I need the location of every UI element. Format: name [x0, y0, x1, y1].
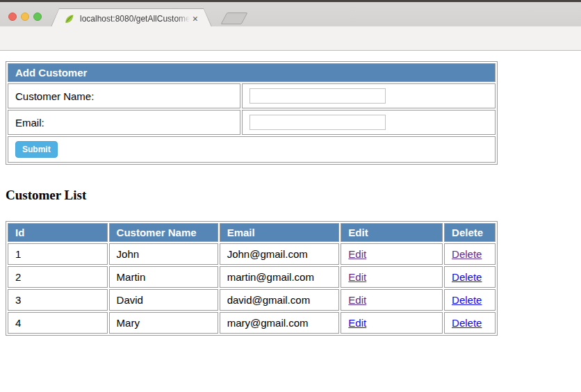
table-row: 2 Martin martin@gmail.com Edit Delete: [8, 266, 496, 288]
delete-link[interactable]: Delete: [452, 317, 482, 329]
edit-link[interactable]: Edit: [348, 248, 366, 260]
page-content: Add Customer Customer Name: Email: Submi…: [0, 51, 581, 392]
cell-email: david@gmail.com: [220, 289, 340, 311]
minimize-window-button[interactable]: [21, 13, 29, 21]
form-row: Email:: [8, 110, 496, 135]
edit-link[interactable]: Edit: [348, 271, 366, 283]
edit-link[interactable]: Edit: [348, 294, 366, 306]
tab-bar: localhost:8080/getAllCustomers ×: [0, 2, 581, 26]
cell-id: 2: [8, 266, 108, 288]
customer-name-input[interactable]: [249, 88, 386, 104]
cell-name: Martin: [109, 266, 218, 288]
column-header-email: Email: [220, 223, 340, 242]
form-row: Customer Name:: [8, 83, 496, 108]
customer-name-label: Customer Name:: [8, 83, 240, 108]
customer-list-heading: Customer List: [6, 188, 86, 203]
table-row: 3 David david@gmail.com Edit Delete: [8, 289, 496, 311]
cell-name: David: [109, 289, 218, 311]
delete-link[interactable]: Delete: [452, 271, 482, 283]
window-controls: [8, 13, 42, 21]
column-header-edit: Edit: [341, 223, 443, 242]
new-tab-button[interactable]: [220, 13, 247, 24]
cell-id: 4: [8, 312, 108, 334]
edit-link[interactable]: Edit: [348, 317, 366, 329]
cell-name: John: [109, 243, 218, 265]
delete-link[interactable]: Delete: [452, 294, 482, 306]
submit-button[interactable]: Submit: [15, 141, 58, 158]
email-input[interactable]: [249, 115, 386, 130]
cell-id: 3: [8, 289, 108, 311]
cell-email: martin@gmail.com: [220, 266, 340, 288]
form-title: Add Customer: [8, 63, 496, 82]
cell-email: mary@gmail.com: [220, 312, 340, 334]
tab-close-icon[interactable]: ×: [193, 14, 198, 24]
customer-list-table: Id Customer Name Email Edit Delete 1 Joh…: [6, 221, 498, 336]
table-header-row: Id Customer Name Email Edit Delete: [8, 223, 496, 242]
email-label: Email:: [8, 110, 240, 135]
table-row: 1 John John@gmail.com Edit Delete: [8, 243, 496, 265]
spring-leaf-favicon: [63, 13, 75, 25]
browser-toolbar: ← → ↻ i localhost:8080/getAllCustomers: [0, 26, 581, 51]
column-header-delete: Delete: [444, 223, 496, 242]
cell-name: Mary: [109, 312, 218, 334]
close-window-button[interactable]: [8, 13, 17, 21]
table-row: 4 Mary mary@gmail.com Edit Delete: [8, 312, 496, 334]
cell-id: 1: [8, 243, 108, 265]
column-header-id: Id: [8, 223, 108, 242]
column-header-name: Customer Name: [109, 223, 218, 242]
tab-title: localhost:8080/getAllCustomers: [80, 14, 190, 24]
cell-email: John@gmail.com: [220, 243, 340, 265]
delete-link[interactable]: Delete: [452, 248, 482, 260]
add-customer-form-table: Add Customer Customer Name: Email: Submi…: [6, 61, 498, 165]
zoom-window-button[interactable]: [33, 13, 42, 21]
browser-tab[interactable]: localhost:8080/getAllCustomers ×: [50, 8, 213, 28]
